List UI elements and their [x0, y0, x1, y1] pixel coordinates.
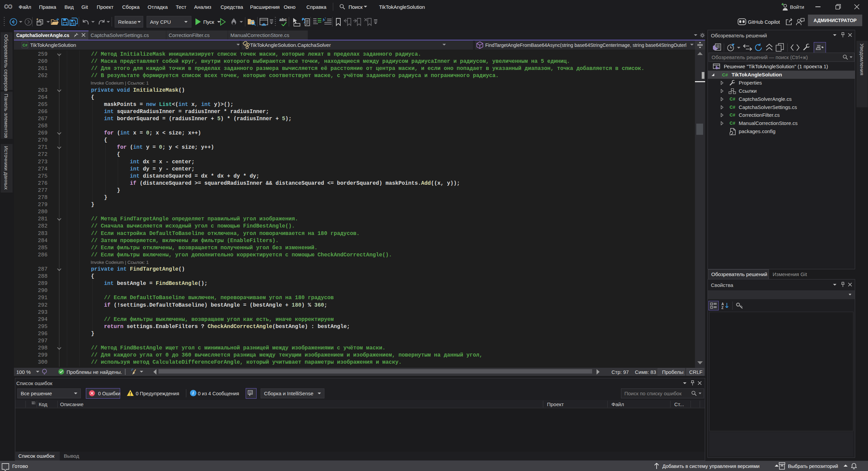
- svg-text:A: A: [721, 302, 724, 306]
- svg-text:Z: Z: [721, 306, 723, 309]
